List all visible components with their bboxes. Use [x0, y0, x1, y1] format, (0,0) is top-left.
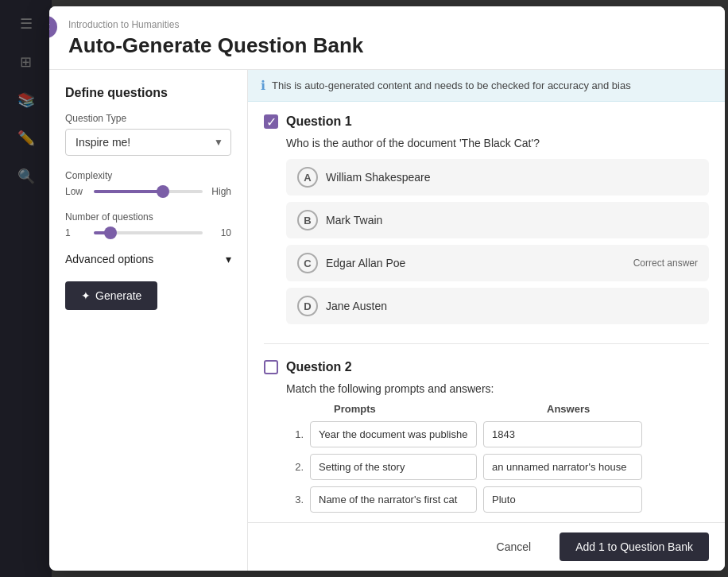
option-a-text: William Shakespeare: [326, 171, 431, 184]
num-questions-max-label: 10: [209, 227, 231, 238]
correct-answer-label: Correct answer: [633, 258, 698, 269]
breadcrumb: Introduction to Humanities: [68, 19, 706, 30]
num-questions-min-label: 1: [65, 227, 87, 238]
match-num-2: 2.: [286, 461, 304, 473]
question-type-select[interactable]: Inspire me!: [65, 129, 231, 156]
advanced-options-toggle[interactable]: Advanced options ▾: [65, 253, 231, 265]
option-d-text: Jane Austen: [326, 300, 387, 312]
match-num-3: 3.: [286, 494, 304, 505]
generate-label: Generate: [95, 289, 141, 302]
complexity-section: Complexity Low High: [65, 170, 231, 197]
answers-header: Answers: [547, 403, 706, 415]
modal-header: ✕ Introduction to Humanities Auto-Genera…: [49, 6, 725, 70]
option-b-letter: B: [297, 210, 318, 230]
generate-icon: ✦: [81, 289, 91, 302]
modal-body: Define questions Question Type Inspire m…: [49, 70, 725, 571]
add-to-question-bank-button[interactable]: Add 1 to Question Bank: [560, 532, 709, 561]
option-d-letter: D: [297, 296, 318, 316]
close-button[interactable]: ✕: [49, 16, 57, 38]
question-2-checkbox[interactable]: [264, 360, 278, 374]
question-type-select-wrapper: Inspire me! ▼: [65, 129, 231, 156]
question-1-text: Who is the author of the document 'The B…: [264, 137, 709, 149]
generate-button[interactable]: ✦ Generate: [65, 281, 157, 310]
cancel-button[interactable]: Cancel: [478, 532, 551, 561]
question-2-block: Question 2 Match the following prompts a…: [264, 360, 709, 513]
questions-list: ✓ Question 1 Who is the author of the do…: [248, 102, 725, 522]
match-answer-2[interactable]: [483, 454, 642, 480]
option-c-letter: C: [297, 253, 318, 273]
match-prompt-2[interactable]: [310, 454, 477, 480]
option-a-letter: A: [297, 167, 318, 188]
left-panel: Define questions Question Type Inspire m…: [49, 70, 248, 571]
num-questions-label: Number of questions: [65, 211, 231, 223]
option-a: A William Shakespeare: [286, 159, 709, 196]
question-1-header: ✓ Question 1: [264, 114, 709, 129]
num-questions-section: Number of questions 1 10: [65, 211, 231, 238]
chevron-down-icon-advanced: ▾: [226, 253, 231, 265]
question-2-title: Question 2: [286, 360, 352, 374]
right-panel: ℹ This is auto-generated content and nee…: [248, 70, 725, 571]
question-1-options: A William Shakespeare B Mark Twain C Edg…: [264, 159, 709, 324]
modal-overlay: ✕ Introduction to Humanities Auto-Genera…: [0, 0, 728, 577]
match-answer-1[interactable]: [483, 421, 642, 447]
option-b: B Mark Twain: [286, 202, 709, 238]
complexity-slider[interactable]: [94, 190, 203, 193]
complexity-low-label: Low: [65, 186, 87, 197]
match-answer-3[interactable]: [483, 486, 642, 513]
question-2-text: Match the following prompts and answers:: [264, 382, 709, 395]
match-prompt-1[interactable]: [310, 421, 477, 447]
questions-divider: [264, 343, 709, 344]
question-1-checkbox[interactable]: ✓: [264, 114, 278, 129]
question-2-header: Question 2: [264, 360, 709, 374]
modal-footer: Cancel Add 1 to Question Bank: [248, 522, 725, 571]
match-num-1: 1.: [286, 428, 304, 440]
complexity-slider-row: Low High: [65, 186, 231, 197]
match-row-1: 1.: [286, 421, 709, 447]
question-1-block: ✓ Question 1 Who is the author of the do…: [264, 114, 709, 324]
info-banner-text: This is auto-generated content and needs…: [272, 79, 631, 91]
match-row-3: 3.: [286, 486, 709, 513]
info-banner: ℹ This is auto-generated content and nee…: [248, 70, 725, 102]
option-d: D Jane Austen: [286, 288, 709, 324]
match-prompt-3[interactable]: [310, 486, 477, 513]
modal-title: Auto-Generate Question Bank: [68, 33, 706, 58]
define-questions-heading: Define questions: [65, 86, 231, 100]
info-icon: ℹ: [261, 78, 265, 93]
complexity-label: Complexity: [65, 170, 231, 181]
match-row-2: 2.: [286, 454, 709, 480]
question-type-label: Question Type: [65, 113, 231, 124]
num-questions-slider-row: 1 10: [65, 227, 231, 238]
match-table: Prompts Answers 1. 2.: [264, 403, 709, 513]
prompts-header: Prompts: [334, 403, 509, 415]
option-c: C Edgar Allan Poe Correct answer: [286, 245, 709, 281]
modal: ✕ Introduction to Humanities Auto-Genera…: [49, 6, 725, 571]
option-c-text: Edgar Allan Poe: [326, 257, 405, 269]
num-questions-slider[interactable]: [94, 231, 203, 234]
match-headers: Prompts Answers: [286, 403, 709, 415]
option-b-text: Mark Twain: [326, 214, 382, 227]
advanced-options-label: Advanced options: [65, 253, 153, 265]
complexity-high-label: High: [209, 186, 231, 197]
question-1-title: Question 1: [286, 114, 352, 129]
